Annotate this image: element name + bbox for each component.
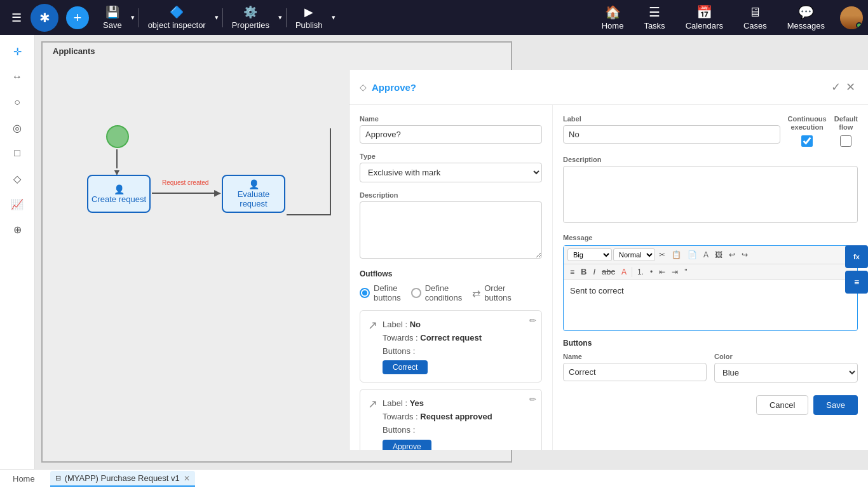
toolbar-right: 🏠 Home ☰ Tasks 📅 Calendars 🖥 Cases 💬 Mes… [597, 2, 863, 33]
font-style-select[interactable]: Normal Bold Italic [613, 248, 655, 261]
define-conditions-radio[interactable] [411, 288, 421, 298]
nav-tasks[interactable]: ☰ Tasks [639, 2, 670, 33]
type-label: Type [360, 152, 542, 160]
outflow1-correct-button[interactable]: Correct [383, 360, 428, 374]
app-tab[interactable]: ⊟ (MYAPP) Purchase Request v1 ✕ [50, 471, 195, 487]
nav-cases[interactable]: 🖥 Cases [738, 3, 772, 33]
formula-icon-button[interactable]: fx [845, 245, 868, 268]
type-group: Type Exclusive with mark Inclusive Paral… [360, 152, 542, 182]
type-select[interactable]: Exclusive with mark Inclusive Parallel [360, 163, 542, 182]
confirm-button[interactable]: ✓ [829, 78, 843, 97]
default-flow-checkbox[interactable] [840, 135, 851, 147]
save-dropdown[interactable]: ▾ [130, 11, 136, 24]
image-button[interactable]: 🖼 [712, 249, 725, 261]
outflow2-arrow-icon: ↗ [368, 397, 377, 411]
strikethrough-button[interactable]: abc [599, 266, 618, 278]
outflow2-edit-button[interactable]: ✏ [529, 395, 536, 404]
ol-button[interactable]: 1. [635, 266, 646, 278]
message-content[interactable]: Sent to correct [564, 280, 857, 330]
start-event[interactable] [106, 125, 129, 148]
bold-button[interactable]: B [578, 266, 589, 278]
avatar[interactable] [840, 6, 863, 29]
outflow2-approve-button[interactable]: Approve [383, 440, 431, 450]
tool-move[interactable]: ↔ [6, 65, 29, 88]
redo-button[interactable]: ↪ [739, 249, 750, 261]
continuous-exec-label: Continuousexecution [788, 115, 827, 132]
outflow-card-2: ✏ ↗ Label : Yes Towards : Request approv… [360, 389, 542, 450]
tool-circle[interactable]: ○ [6, 91, 29, 114]
arrow-vert [330, 128, 331, 215]
save-toolbar-item[interactable]: 💾 Save [97, 3, 128, 32]
description-input[interactable] [360, 201, 542, 259]
quote-button[interactable]: " [682, 266, 689, 278]
continuous-exec-group: Continuousexecution [788, 115, 827, 147]
name-input[interactable] [360, 125, 542, 144]
order-buttons-option[interactable]: ⇄ Orderbuttons [472, 283, 512, 302]
object-inspector-item[interactable]: 🔷 object inspector [142, 3, 212, 32]
cases-label: Cases [743, 21, 767, 30]
nav-messages[interactable]: 💬 Messages [782, 2, 830, 33]
arrow-task1-task2 [152, 193, 215, 194]
italic-button[interactable]: I [590, 266, 598, 278]
paste-button[interactable]: 📄 [685, 249, 700, 261]
tool-square[interactable]: □ [6, 142, 29, 165]
copy-button[interactable]: 📋 [669, 249, 684, 261]
btn-color-select[interactable]: Blue Red Green Orange [714, 363, 858, 383]
hamburger-button[interactable]: ☰ [5, 6, 28, 29]
tool-crosshair[interactable]: ✛ [6, 40, 29, 63]
btn-name-input[interactable] [563, 363, 707, 381]
message-label: Message [563, 234, 858, 241]
outflow1-inner: ↗ Label : No Towards : Correct request B… [368, 318, 534, 374]
tool-circle2[interactable]: ◎ [6, 116, 29, 139]
save-button[interactable]: Save [813, 395, 858, 415]
btn-name-label: Name [563, 353, 707, 360]
nav-home[interactable]: 🏠 Home [597, 2, 629, 33]
label-input[interactable] [563, 125, 780, 144]
home-tab[interactable]: Home [8, 471, 40, 486]
cut-button[interactable]: ✂ [656, 249, 668, 261]
add-button[interactable]: + [66, 6, 89, 29]
indent-left-button[interactable]: ⇤ [656, 266, 668, 278]
format-btn1[interactable]: ≡ [567, 266, 577, 278]
close-button[interactable]: ✕ [843, 78, 858, 97]
create-request-task[interactable]: 👤 Create request [87, 175, 151, 213]
right-top-row: Label Continuousexecution Defaultflow [563, 115, 858, 147]
object-inspector-dropdown[interactable]: ▾ [214, 11, 220, 24]
outflow1-label-text: Label : [383, 320, 410, 329]
ul-button[interactable]: • [648, 266, 655, 278]
publish-dropdown[interactable]: ▾ [330, 11, 337, 24]
tool-add-circle[interactable]: ⊕ [6, 218, 29, 241]
cancel-button[interactable]: Cancel [756, 395, 808, 415]
undo-button[interactable]: ↩ [726, 249, 738, 261]
right-description-input[interactable] [563, 166, 858, 223]
message-toolbar-row2: ≡ B I abc A 1. • ⇤ ⇥ " [564, 264, 857, 280]
template-icon-button[interactable]: ≡ [845, 271, 868, 294]
evaluate-request-task[interactable]: 👤 Evaluate request [222, 175, 285, 213]
outflow1-towards-text: Towards : [383, 333, 420, 342]
paste-special-button[interactable]: A [701, 249, 711, 261]
define-buttons-option[interactable]: Definebuttons [360, 283, 401, 302]
nav-calendars[interactable]: 📅 Calendars [681, 2, 728, 33]
description-group: Description [360, 191, 542, 261]
publish-item[interactable]: ▶ Publish [289, 3, 329, 32]
app-tab-close[interactable]: ✕ [184, 474, 190, 483]
btn-color-field: Color Blue Red Green Orange [714, 353, 858, 383]
logo-button[interactable]: ✱ [31, 4, 58, 32]
task2-icon: 👤 [248, 179, 259, 189]
continuous-exec-checkbox[interactable] [801, 135, 813, 147]
define-buttons-radio[interactable] [360, 288, 370, 298]
outflow1-arrow-icon: ↗ [368, 318, 377, 332]
outflow1-towards-value: Correct request [420, 333, 482, 342]
tool-chart[interactable]: 📈 [6, 193, 29, 215]
properties-dropdown[interactable]: ▾ [277, 11, 283, 24]
outflow1-edit-button[interactable]: ✏ [529, 316, 536, 325]
highlight-button[interactable]: A [619, 266, 629, 278]
sep3 [286, 8, 287, 27]
properties-item[interactable]: ⚙️ Properties [226, 3, 276, 32]
indent-right-button[interactable]: ⇥ [669, 266, 681, 278]
font-size-select[interactable]: Big Small Medium [567, 248, 612, 261]
arrow-start-task1 [116, 149, 118, 168]
tool-diamond[interactable]: ◇ [6, 167, 29, 190]
define-conditions-label: Defineconditions [425, 283, 463, 302]
define-conditions-option[interactable]: Defineconditions [411, 283, 463, 302]
